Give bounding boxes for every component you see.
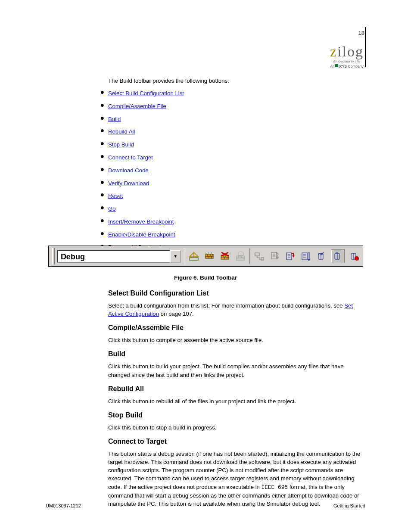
enable-breakpoint-icon[interactable] (348, 250, 360, 262)
rebuild-all-paragraph: Click this button to rebuild all of the … (108, 397, 364, 405)
toolbar-separator (184, 249, 185, 264)
link-connect-target[interactable]: Connect to Target (108, 154, 153, 161)
build-toolbar: Debug ▼ (48, 246, 363, 267)
reset-icon[interactable] (300, 250, 312, 262)
svg-rect-21 (237, 258, 244, 260)
connect-target-icon[interactable] (253, 250, 265, 262)
svg-marker-42 (307, 259, 311, 261)
logo-tagline: Embedded in Life (330, 60, 364, 63)
rebuild-all-icon[interactable] (219, 250, 231, 262)
footer-docnum: UM013037-1212 (46, 503, 81, 508)
build-icon[interactable] (203, 250, 215, 262)
svg-rect-3 (206, 256, 213, 258)
insert-breakpoint-icon[interactable] (331, 249, 345, 263)
build-config-value[interactable]: Debug (57, 250, 170, 263)
link-verify-download[interactable]: Verify Download (108, 180, 149, 187)
section-stop-build: Stop Build (108, 411, 364, 419)
section-compile-assemble: Compile/Assemble File (108, 324, 364, 332)
stop-build-icon[interactable] (234, 250, 246, 262)
section-rebuild-all: Rebuild All (108, 385, 364, 393)
intro-text: The Build toolbar provides the following… (108, 77, 364, 85)
link-download-code[interactable]: Download Code (108, 167, 149, 174)
svg-rect-37 (302, 253, 307, 260)
footer-section: Getting Started (333, 503, 365, 508)
svg-rect-32 (286, 253, 292, 260)
combo-dropdown-button[interactable]: ▼ (170, 250, 181, 263)
svg-marker-1 (190, 252, 194, 257)
compile-icon[interactable] (188, 250, 200, 262)
chevron-down-icon: ▼ (173, 254, 177, 258)
section-connect-target: Connect to Target (108, 438, 364, 445)
select-build-config-paragraph: Select a build configuration from this l… (108, 302, 364, 318)
verify-download-icon[interactable] (284, 250, 296, 262)
link-go[interactable]: Go (108, 205, 116, 212)
section-select-build-config: Select Build Configuration List (108, 289, 364, 297)
toolbar-grip[interactable] (52, 248, 55, 264)
go-icon[interactable] (315, 250, 327, 262)
toolbar-button-list: Select Build Configuration List Compile/… (108, 88, 364, 252)
ixys-mark-icon (335, 64, 338, 67)
build-config-combo[interactable]: Debug ▼ (57, 250, 181, 263)
svg-rect-25 (255, 253, 259, 256)
build-paragraph: Click this button to build your project.… (108, 362, 364, 379)
compile-assemble-paragraph: Click this button to compile or assemble… (108, 336, 364, 344)
section-build: Build (108, 350, 364, 358)
link-compile-assemble[interactable]: Compile/Assemble File (108, 103, 166, 109)
brand-logo: zilog Embedded in Life AnIXYS Company (330, 44, 364, 68)
logo-word: zilog (330, 44, 364, 59)
stop-build-paragraph: Click this button to stop a build in pro… (108, 423, 364, 432)
svg-rect-13 (221, 257, 229, 259)
svg-marker-24 (238, 252, 243, 256)
logo-company: AnIXYS Company (330, 64, 364, 68)
build-toolbar-figure: Debug ▼ (48, 246, 363, 281)
link-build[interactable]: Build (108, 116, 121, 122)
link-enable-breakpoint[interactable]: Enable/Disable Breakpoint (108, 231, 175, 238)
figure-caption: Figure 6. Build Toolbar (48, 274, 363, 281)
link-select-build-config[interactable]: Select Build Configuration List (108, 90, 184, 96)
svg-rect-2 (206, 254, 213, 256)
svg-marker-41 (308, 253, 310, 259)
link-reset[interactable]: Reset (108, 193, 123, 199)
link-rebuild-all[interactable]: Rebuild All (108, 128, 135, 135)
svg-line-10 (209, 252, 209, 254)
page-number: 18 (358, 30, 364, 36)
connect-target-paragraph: This button starts a debug session (if o… (108, 450, 364, 508)
download-code-icon[interactable] (269, 250, 281, 262)
link-insert-breakpoint[interactable]: Insert/Remove Breakpoint (108, 218, 174, 225)
svg-rect-20 (237, 256, 244, 258)
link-stop-build[interactable]: Stop Build (108, 141, 134, 148)
toolbar-separator (249, 249, 250, 264)
svg-marker-36 (292, 255, 295, 258)
header-divider (365, 27, 366, 67)
svg-line-11 (211, 252, 212, 254)
svg-marker-0 (194, 252, 198, 257)
svg-marker-28 (277, 252, 278, 254)
svg-rect-26 (261, 258, 264, 260)
svg-line-9 (206, 253, 207, 254)
